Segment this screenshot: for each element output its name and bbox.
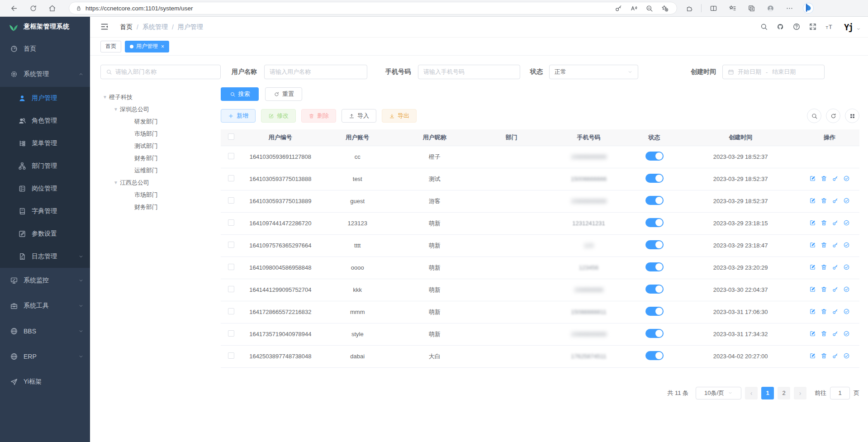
tree-node-财务部门[interactable]: 财务部门 [100, 201, 221, 213]
tree-node-深圳总公司[interactable]: ▼深圳总公司 [100, 103, 221, 115]
delete-action-icon[interactable] [821, 242, 827, 248]
status-toggle[interactable] [645, 351, 664, 360]
username-input[interactable]: 请输入用户名称 [264, 65, 367, 79]
delete-action-icon[interactable] [821, 197, 827, 204]
reset-password-icon[interactable] [832, 242, 839, 248]
row-checkbox[interactable] [228, 153, 234, 159]
edit-action-icon[interactable] [809, 242, 816, 248]
import-button[interactable]: 导入 [342, 109, 376, 123]
sidebar-item-岗位管理[interactable]: 岗位管理 [0, 177, 90, 200]
edit-action-icon[interactable] [809, 352, 816, 359]
tree-node-橙子科技[interactable]: ▼橙子科技 [100, 91, 221, 103]
status-toggle[interactable] [645, 262, 664, 271]
tree-expand-caret-icon[interactable]: ▼ [114, 180, 120, 185]
sidebar-fold-icon[interactable] [100, 22, 110, 32]
table-refresh-button[interactable] [826, 109, 840, 123]
sidebar-item-BBS[interactable]: BBS [0, 318, 90, 344]
assign-role-icon[interactable] [843, 197, 850, 204]
phone-input[interactable]: 请输入手机号码 [418, 65, 520, 79]
edit-action-icon[interactable] [809, 330, 816, 337]
sidebar-item-参数设置[interactable]: 参数设置 [0, 223, 90, 245]
delete-action-icon[interactable] [821, 286, 827, 293]
edit-action-icon[interactable] [809, 175, 816, 182]
reset-password-icon[interactable] [832, 352, 839, 359]
delete-action-icon[interactable] [821, 175, 827, 182]
address-bar[interactable]: https://ccnetcore.com:1101/system/user [69, 2, 677, 14]
page-button-2[interactable]: 2 [778, 387, 790, 399]
tag-tab-首页[interactable]: 首页 [100, 41, 121, 52]
breadcrumb-item[interactable]: 系统管理 [142, 23, 168, 31]
assign-role-icon[interactable] [843, 308, 850, 315]
tree-node-运维部门[interactable]: 运维部门 [100, 164, 221, 176]
breadcrumb-item[interactable]: 首页 [120, 23, 133, 31]
favorite-add-icon[interactable] [658, 1, 671, 15]
row-checkbox[interactable] [228, 286, 234, 292]
sidebar-item-角色管理[interactable]: 角色管理 [0, 109, 90, 132]
fullscreen-icon[interactable] [809, 23, 818, 32]
row-checkbox[interactable] [228, 219, 234, 226]
favorites-bar-icon[interactable] [726, 1, 739, 15]
copilot-icon[interactable] [802, 2, 814, 14]
date-range-picker[interactable]: 开始日期 - 结束日期 [722, 65, 825, 79]
row-checkbox[interactable] [228, 175, 234, 181]
assign-role-icon[interactable] [843, 352, 850, 359]
dept-search-input[interactable]: 请输入部门名称 [100, 65, 221, 79]
status-toggle[interactable] [645, 196, 664, 205]
edit-action-icon[interactable] [809, 286, 816, 293]
row-checkbox[interactable] [228, 264, 234, 270]
select-all-checkbox[interactable] [228, 133, 234, 140]
sidebar-item-系统监控[interactable]: 系统监控 [0, 268, 90, 293]
collections-icon[interactable] [745, 1, 758, 15]
delete-button[interactable]: 删除 [301, 109, 336, 123]
tab-close-icon[interactable]: × [161, 44, 164, 49]
breadcrumb-item[interactable]: 用户管理 [178, 23, 203, 31]
sidebar-item-用户管理[interactable]: 用户管理 [0, 87, 90, 109]
tree-node-财务部门[interactable]: 财务部门 [100, 152, 221, 164]
prev-page-button[interactable]: ‹ [745, 387, 758, 399]
status-toggle[interactable] [645, 174, 664, 183]
row-checkbox[interactable] [228, 352, 234, 359]
edit-action-icon[interactable] [809, 308, 816, 315]
reset-password-icon[interactable] [832, 264, 839, 271]
status-toggle[interactable] [645, 307, 664, 316]
tree-node-测试部门[interactable]: 测试部门 [100, 140, 221, 152]
delete-action-icon[interactable] [821, 308, 827, 315]
help-icon[interactable] [792, 23, 802, 32]
row-checkbox[interactable] [228, 330, 234, 337]
export-button[interactable]: 导出 [382, 109, 417, 123]
sidebar-item-部门管理[interactable]: 部门管理 [0, 155, 90, 177]
edit-button[interactable]: 修改 [261, 109, 296, 123]
assign-role-icon[interactable] [843, 264, 850, 271]
row-checkbox[interactable] [228, 197, 234, 204]
next-page-button[interactable]: › [794, 387, 806, 399]
url-text[interactable]: https://ccnetcore.com:1101/system/user [85, 5, 611, 12]
split-screen-icon[interactable] [707, 1, 720, 15]
status-toggle[interactable] [645, 285, 664, 294]
read-aloud-icon[interactable] [627, 1, 640, 15]
password-key-icon[interactable] [612, 1, 625, 15]
delete-action-icon[interactable] [821, 352, 827, 359]
page-size-select[interactable]: 10条/页 [696, 387, 741, 399]
browser-menu-dots-icon[interactable] [783, 1, 796, 15]
sidebar-item-字典管理[interactable]: 字典管理 [0, 200, 90, 223]
assign-role-icon[interactable] [843, 242, 850, 248]
status-toggle[interactable] [645, 240, 664, 249]
github-icon[interactable] [776, 23, 785, 32]
search-button[interactable]: 搜索 [221, 87, 259, 101]
assign-role-icon[interactable] [843, 175, 850, 182]
avatar-caret-icon[interactable] [856, 27, 861, 31]
sidebar-item-首页[interactable]: 首页 [0, 36, 90, 62]
page-button-1[interactable]: 1 [761, 387, 774, 399]
tree-node-市场部门[interactable]: 市场部门 [100, 128, 221, 140]
table-search-button[interactable] [807, 109, 821, 123]
add-button[interactable]: 新增 [221, 109, 256, 123]
row-checkbox[interactable] [228, 242, 234, 248]
zoom-out-icon[interactable] [642, 1, 656, 15]
tree-node-市场部门[interactable]: 市场部门 [100, 189, 221, 201]
reset-password-icon[interactable] [832, 219, 839, 226]
browser-home-icon[interactable] [45, 1, 59, 15]
sidebar-item-Yi框架[interactable]: Yi框架 [0, 369, 90, 394]
column-settings-button[interactable] [845, 109, 859, 123]
status-toggle[interactable] [645, 329, 664, 338]
edit-action-icon[interactable] [809, 219, 816, 226]
